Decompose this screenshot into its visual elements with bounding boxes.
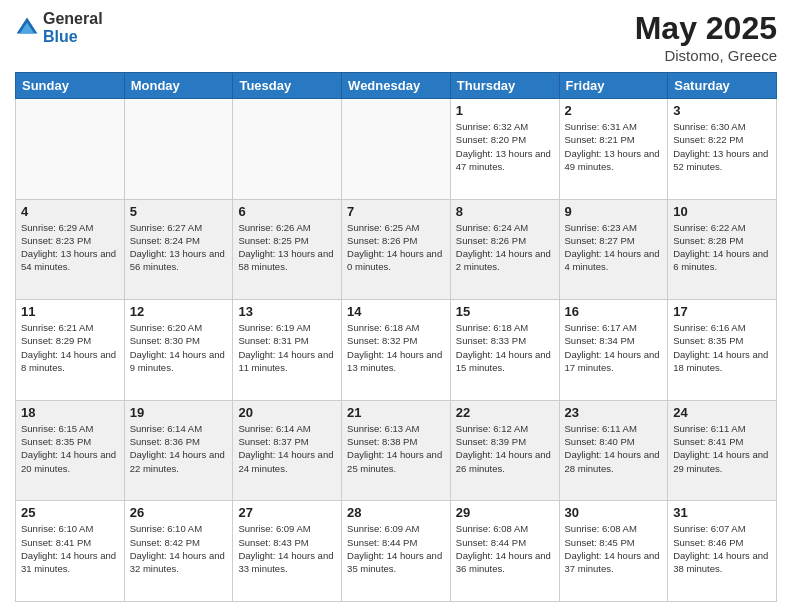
day-cell-3: 3Sunrise: 6:30 AMSunset: 8:22 PMDaylight…: [668, 99, 777, 200]
day-cell-21: 21Sunrise: 6:13 AMSunset: 8:38 PMDayligh…: [342, 400, 451, 501]
day-info: Sunrise: 6:12 AMSunset: 8:39 PMDaylight:…: [456, 422, 554, 475]
day-cell-26: 26Sunrise: 6:10 AMSunset: 8:42 PMDayligh…: [124, 501, 233, 602]
empty-cell: [342, 99, 451, 200]
day-number: 27: [238, 505, 336, 520]
day-cell-23: 23Sunrise: 6:11 AMSunset: 8:40 PMDayligh…: [559, 400, 668, 501]
day-number: 6: [238, 204, 336, 219]
day-info: Sunrise: 6:22 AMSunset: 8:28 PMDaylight:…: [673, 221, 771, 274]
day-number: 16: [565, 304, 663, 319]
day-info: Sunrise: 6:14 AMSunset: 8:37 PMDaylight:…: [238, 422, 336, 475]
day-number: 20: [238, 405, 336, 420]
day-info: Sunrise: 6:07 AMSunset: 8:46 PMDaylight:…: [673, 522, 771, 575]
day-number: 24: [673, 405, 771, 420]
day-number: 23: [565, 405, 663, 420]
empty-cell: [233, 99, 342, 200]
day-info: Sunrise: 6:09 AMSunset: 8:44 PMDaylight:…: [347, 522, 445, 575]
day-cell-30: 30Sunrise: 6:08 AMSunset: 8:45 PMDayligh…: [559, 501, 668, 602]
day-cell-15: 15Sunrise: 6:18 AMSunset: 8:33 PMDayligh…: [450, 300, 559, 401]
day-cell-25: 25Sunrise: 6:10 AMSunset: 8:41 PMDayligh…: [16, 501, 125, 602]
day-cell-11: 11Sunrise: 6:21 AMSunset: 8:29 PMDayligh…: [16, 300, 125, 401]
day-info: Sunrise: 6:18 AMSunset: 8:33 PMDaylight:…: [456, 321, 554, 374]
day-cell-7: 7Sunrise: 6:25 AMSunset: 8:26 PMDaylight…: [342, 199, 451, 300]
day-info: Sunrise: 6:30 AMSunset: 8:22 PMDaylight:…: [673, 120, 771, 173]
location: Distomo, Greece: [635, 47, 777, 64]
day-number: 5: [130, 204, 228, 219]
page: General Blue May 2025 Distomo, Greece Su…: [0, 0, 792, 612]
calendar-header-row: SundayMondayTuesdayWednesdayThursdayFrid…: [16, 73, 777, 99]
logo: General Blue: [15, 10, 103, 45]
day-cell-6: 6Sunrise: 6:26 AMSunset: 8:25 PMDaylight…: [233, 199, 342, 300]
col-header-tuesday: Tuesday: [233, 73, 342, 99]
day-cell-16: 16Sunrise: 6:17 AMSunset: 8:34 PMDayligh…: [559, 300, 668, 401]
day-number: 13: [238, 304, 336, 319]
day-info: Sunrise: 6:18 AMSunset: 8:32 PMDaylight:…: [347, 321, 445, 374]
day-cell-29: 29Sunrise: 6:08 AMSunset: 8:44 PMDayligh…: [450, 501, 559, 602]
logo-icon: [15, 16, 39, 40]
day-cell-13: 13Sunrise: 6:19 AMSunset: 8:31 PMDayligh…: [233, 300, 342, 401]
day-number: 18: [21, 405, 119, 420]
calendar-week-5: 25Sunrise: 6:10 AMSunset: 8:41 PMDayligh…: [16, 501, 777, 602]
day-cell-14: 14Sunrise: 6:18 AMSunset: 8:32 PMDayligh…: [342, 300, 451, 401]
day-number: 7: [347, 204, 445, 219]
header: General Blue May 2025 Distomo, Greece: [15, 10, 777, 64]
col-header-friday: Friday: [559, 73, 668, 99]
day-info: Sunrise: 6:19 AMSunset: 8:31 PMDaylight:…: [238, 321, 336, 374]
day-info: Sunrise: 6:23 AMSunset: 8:27 PMDaylight:…: [565, 221, 663, 274]
day-cell-10: 10Sunrise: 6:22 AMSunset: 8:28 PMDayligh…: [668, 199, 777, 300]
logo-general: General: [43, 10, 103, 28]
day-cell-18: 18Sunrise: 6:15 AMSunset: 8:35 PMDayligh…: [16, 400, 125, 501]
logo-blue-text: Blue: [43, 28, 103, 46]
day-cell-4: 4Sunrise: 6:29 AMSunset: 8:23 PMDaylight…: [16, 199, 125, 300]
calendar-week-3: 11Sunrise: 6:21 AMSunset: 8:29 PMDayligh…: [16, 300, 777, 401]
day-number: 14: [347, 304, 445, 319]
day-info: Sunrise: 6:10 AMSunset: 8:42 PMDaylight:…: [130, 522, 228, 575]
day-info: Sunrise: 6:20 AMSunset: 8:30 PMDaylight:…: [130, 321, 228, 374]
empty-cell: [16, 99, 125, 200]
day-number: 31: [673, 505, 771, 520]
day-info: Sunrise: 6:11 AMSunset: 8:40 PMDaylight:…: [565, 422, 663, 475]
calendar-week-1: 1Sunrise: 6:32 AMSunset: 8:20 PMDaylight…: [16, 99, 777, 200]
day-info: Sunrise: 6:09 AMSunset: 8:43 PMDaylight:…: [238, 522, 336, 575]
day-number: 22: [456, 405, 554, 420]
day-info: Sunrise: 6:31 AMSunset: 8:21 PMDaylight:…: [565, 120, 663, 173]
empty-cell: [124, 99, 233, 200]
day-cell-24: 24Sunrise: 6:11 AMSunset: 8:41 PMDayligh…: [668, 400, 777, 501]
day-number: 12: [130, 304, 228, 319]
day-number: 26: [130, 505, 228, 520]
col-header-wednesday: Wednesday: [342, 73, 451, 99]
day-cell-5: 5Sunrise: 6:27 AMSunset: 8:24 PMDaylight…: [124, 199, 233, 300]
calendar-week-4: 18Sunrise: 6:15 AMSunset: 8:35 PMDayligh…: [16, 400, 777, 501]
day-info: Sunrise: 6:24 AMSunset: 8:26 PMDaylight:…: [456, 221, 554, 274]
day-number: 8: [456, 204, 554, 219]
day-info: Sunrise: 6:14 AMSunset: 8:36 PMDaylight:…: [130, 422, 228, 475]
day-number: 15: [456, 304, 554, 319]
day-info: Sunrise: 6:16 AMSunset: 8:35 PMDaylight:…: [673, 321, 771, 374]
day-number: 2: [565, 103, 663, 118]
day-cell-28: 28Sunrise: 6:09 AMSunset: 8:44 PMDayligh…: [342, 501, 451, 602]
col-header-monday: Monday: [124, 73, 233, 99]
calendar-week-2: 4Sunrise: 6:29 AMSunset: 8:23 PMDaylight…: [16, 199, 777, 300]
day-info: Sunrise: 6:32 AMSunset: 8:20 PMDaylight:…: [456, 120, 554, 173]
day-info: Sunrise: 6:25 AMSunset: 8:26 PMDaylight:…: [347, 221, 445, 274]
col-header-thursday: Thursday: [450, 73, 559, 99]
day-info: Sunrise: 6:13 AMSunset: 8:38 PMDaylight:…: [347, 422, 445, 475]
day-info: Sunrise: 6:29 AMSunset: 8:23 PMDaylight:…: [21, 221, 119, 274]
day-number: 3: [673, 103, 771, 118]
day-info: Sunrise: 6:11 AMSunset: 8:41 PMDaylight:…: [673, 422, 771, 475]
title-block: May 2025 Distomo, Greece: [635, 10, 777, 64]
day-cell-1: 1Sunrise: 6:32 AMSunset: 8:20 PMDaylight…: [450, 99, 559, 200]
logo-text: General Blue: [43, 10, 103, 45]
day-cell-27: 27Sunrise: 6:09 AMSunset: 8:43 PMDayligh…: [233, 501, 342, 602]
day-cell-12: 12Sunrise: 6:20 AMSunset: 8:30 PMDayligh…: [124, 300, 233, 401]
day-number: 21: [347, 405, 445, 420]
day-info: Sunrise: 6:08 AMSunset: 8:45 PMDaylight:…: [565, 522, 663, 575]
day-cell-19: 19Sunrise: 6:14 AMSunset: 8:36 PMDayligh…: [124, 400, 233, 501]
day-number: 11: [21, 304, 119, 319]
day-number: 4: [21, 204, 119, 219]
calendar-table: SundayMondayTuesdayWednesdayThursdayFrid…: [15, 72, 777, 602]
day-number: 29: [456, 505, 554, 520]
day-cell-17: 17Sunrise: 6:16 AMSunset: 8:35 PMDayligh…: [668, 300, 777, 401]
day-info: Sunrise: 6:15 AMSunset: 8:35 PMDaylight:…: [21, 422, 119, 475]
day-cell-9: 9Sunrise: 6:23 AMSunset: 8:27 PMDaylight…: [559, 199, 668, 300]
day-cell-8: 8Sunrise: 6:24 AMSunset: 8:26 PMDaylight…: [450, 199, 559, 300]
